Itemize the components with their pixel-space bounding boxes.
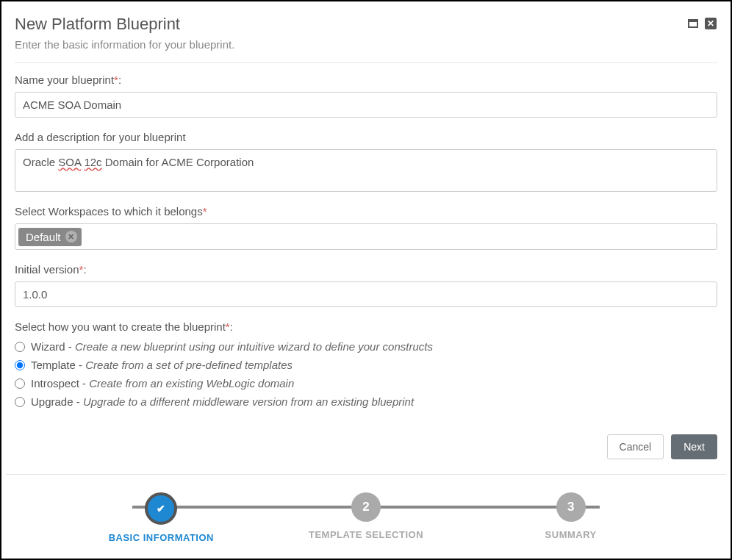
workspace-tag-label: Default (26, 231, 61, 243)
workspaces-input[interactable]: Default ✕ (15, 223, 717, 250)
radio-group: Wizard - Create a new blueprint using ou… (15, 340, 717, 408)
form-section: Name your blueprint*: Add a description … (1, 63, 731, 408)
step-circle-1: ✔ (145, 492, 177, 525)
dialog-header: New Platform Blueprint Enter the basic i… (1, 1, 731, 58)
version-group: Initial version*: (15, 263, 717, 307)
maximize-icon[interactable] (686, 18, 700, 29)
radio-option-upgrade[interactable]: Upgrade - Upgrade to a different middlew… (15, 395, 717, 408)
cancel-button[interactable]: Cancel (607, 434, 664, 459)
step-circle-3: 3 (556, 492, 586, 522)
radio-option-template[interactable]: Template - Create from a set of pre-defi… (15, 359, 717, 371)
radio-upgrade[interactable] (15, 397, 25, 407)
workspace-tag: Default ✕ (18, 228, 82, 246)
description-group: Add a description for your blueprint Ora… (15, 131, 717, 192)
step-template-selection[interactable]: 2 TEMPLATE SELECTION (264, 492, 469, 543)
create-method-group: Select how you want to create the bluepr… (15, 320, 717, 408)
version-input[interactable] (15, 281, 717, 307)
dialog-title: New Platform Blueprint (15, 15, 686, 34)
workspaces-group: Select Workspaces to which it belongs* D… (15, 205, 717, 250)
radio-option-wizard[interactable]: Wizard - Create a new blueprint using ou… (15, 340, 717, 353)
description-input[interactable]: Oracle SOA 12c Domain for ACME Corporati… (15, 149, 717, 192)
step-circle-2: 2 (351, 492, 381, 522)
radio-option-introspect[interactable]: Introspect - Create from an existing Web… (15, 377, 717, 390)
step-basic-information[interactable]: ✔ BASIC INFORMATION (59, 492, 264, 543)
radio-introspect[interactable] (15, 378, 25, 389)
footer-divider (6, 474, 726, 475)
radio-wizard[interactable] (15, 342, 25, 352)
tag-remove-icon[interactable]: ✕ (65, 231, 77, 243)
stepper: ✔ BASIC INFORMATION 2 TEMPLATE SELECTION… (15, 492, 717, 543)
name-label: Name your blueprint*: (15, 73, 717, 86)
create-method-label: Select how you want to create the bluepr… (15, 320, 717, 333)
step-label-1: BASIC INFORMATION (109, 532, 214, 543)
dialog-subtitle: Enter the basic information for your blu… (15, 38, 686, 51)
description-label: Add a description for your blueprint (15, 131, 717, 143)
name-input[interactable] (15, 92, 717, 118)
stepper-items: ✔ BASIC INFORMATION 2 TEMPLATE SELECTION… (59, 492, 673, 543)
radio-template[interactable] (15, 360, 25, 370)
step-summary[interactable]: 3 SUMMARY (468, 492, 673, 543)
footer-buttons: Cancel Next (1, 434, 731, 459)
step-label-2: TEMPLATE SELECTION (309, 529, 423, 540)
step-label-3: SUMMARY (545, 529, 597, 540)
workspaces-label: Select Workspaces to which it belongs* (15, 205, 717, 218)
header-icons: ✕ (686, 18, 717, 29)
close-icon[interactable]: ✕ (704, 18, 717, 29)
version-label: Initial version*: (15, 263, 717, 276)
name-group: Name your blueprint*: (15, 73, 717, 118)
next-button[interactable]: Next (671, 434, 717, 459)
header-text: New Platform Blueprint Enter the basic i… (15, 15, 686, 51)
